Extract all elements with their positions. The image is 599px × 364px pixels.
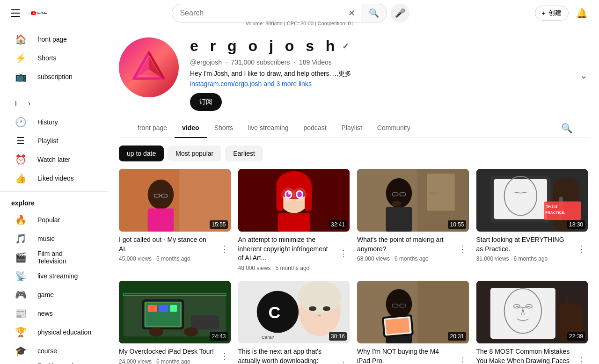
video-card-2[interactable]: 32:41 An attempt to minimize the inheren… bbox=[238, 169, 350, 273]
video-meta-1: 45,000 views · 5 months ago bbox=[119, 255, 215, 262]
svg-rect-59 bbox=[148, 305, 157, 312]
channel-links[interactable]: instagram.com/ergo.josh and 3 more links bbox=[190, 80, 588, 87]
sidebar-item-shorts[interactable]: ⚡ Shorts bbox=[4, 49, 104, 67]
tab-community[interactable]: Community bbox=[370, 118, 418, 138]
sidebar-item-liked-videos[interactable]: 👍 Liked videos bbox=[4, 169, 104, 188]
sidebar-item-sports[interactable]: 🏆 physical education bbox=[4, 323, 104, 342]
video-card-3[interactable]: ART 10:55 What's the point of making art… bbox=[357, 169, 469, 273]
sidebar-expand-button[interactable]: I › bbox=[4, 94, 104, 113]
video-duration-2: 32:41 bbox=[329, 220, 347, 229]
channel-handle: @ergojosh bbox=[190, 58, 222, 66]
watch-later-icon: ⏰ bbox=[15, 154, 26, 165]
video-duration-8: 22:39 bbox=[567, 332, 585, 341]
video-more-button-7[interactable]: ⋮ bbox=[457, 347, 469, 364]
sidebar-item-history[interactable]: 🕐 History bbox=[4, 113, 104, 131]
video-more-button-1[interactable]: ⋮ bbox=[219, 235, 231, 262]
svg-rect-23 bbox=[305, 185, 312, 211]
explore-section-title: explore bbox=[0, 196, 108, 211]
sidebar-item-playlist[interactable]: ☰ Playlist bbox=[4, 131, 104, 150]
video-more-button-5[interactable]: ⋮ bbox=[219, 347, 231, 364]
video-more-button-6[interactable]: ⋮ bbox=[337, 347, 350, 364]
filter-latest-button[interactable]: up to date bbox=[119, 146, 164, 161]
sidebar-item-subscription[interactable]: 📺 subscription bbox=[4, 67, 104, 86]
sidebar-item-film-tv[interactable]: 🎬 Film and Television bbox=[4, 248, 104, 267]
svg-rect-44 bbox=[494, 179, 547, 219]
video-more-button-2[interactable]: ⋮ bbox=[337, 235, 350, 271]
filter-row: up to date Most popular Earliest bbox=[108, 138, 599, 169]
filter-popular-button[interactable]: Most popular bbox=[168, 146, 221, 161]
sidebar-divider-2 bbox=[0, 191, 108, 192]
mic-button[interactable]: 🎤 bbox=[391, 4, 409, 22]
video-meta-4: 31,000 views · 6 months ago bbox=[476, 255, 572, 262]
video-card-8[interactable]: 22:39 The 8 MOST Common Mistakes You Mak… bbox=[476, 281, 588, 364]
tab-search-icon[interactable]: 🔍 bbox=[557, 119, 577, 138]
video-card-6[interactable]: C Cara? 30:16 This is the next art app t… bbox=[238, 281, 350, 364]
sidebar-label-front-page: front page bbox=[37, 36, 67, 43]
menu-button[interactable] bbox=[7, 6, 23, 21]
video-card-1[interactable]: 15:55 I got called out - My stance on AI… bbox=[119, 169, 231, 273]
sidebar-item-game[interactable]: 🎮 game bbox=[4, 285, 104, 304]
live-icon: 📡 bbox=[15, 270, 26, 282]
video-more-button-8[interactable]: ⋮ bbox=[576, 347, 588, 364]
sidebar-item-popular[interactable]: 🔥 Popular bbox=[4, 211, 104, 229]
sidebar-label-liked: Liked videos bbox=[37, 175, 74, 182]
video-more-button-4[interactable]: ⋮ bbox=[576, 235, 588, 262]
sidebar-item-course[interactable]: 🎓 course bbox=[4, 342, 104, 360]
search-clear-button[interactable]: ✕ bbox=[343, 8, 361, 18]
sidebar-item-watch-later[interactable]: ⏰ Watch later bbox=[4, 150, 104, 169]
notifications-button[interactable]: 🔔 bbox=[572, 4, 592, 22]
video-card-7[interactable]: 20:31 Why I'm NOT buying the M4 iPad Pro… bbox=[357, 281, 469, 364]
create-label: 创建 bbox=[548, 9, 562, 17]
verified-icon: ✓ bbox=[342, 41, 353, 51]
svg-text:PRACTICE.: PRACTICE. bbox=[545, 211, 565, 215]
video-info-1: I got called out - My stance on AI. 45,0… bbox=[119, 232, 231, 264]
video-duration-5: 24:43 bbox=[210, 332, 227, 341]
svg-point-39 bbox=[392, 201, 402, 207]
tab-live-streaming[interactable]: live streaming bbox=[241, 118, 296, 138]
expand-description-button[interactable]: ⌄ bbox=[580, 70, 588, 81]
sidebar-label-course: course bbox=[37, 347, 57, 355]
video-card-4[interactable]: THIS IS PRACTICE. 18:30 Start looking at… bbox=[476, 169, 588, 273]
video-title-8: The 8 MOST Common Mistakes You Make When… bbox=[476, 347, 572, 364]
svg-text:C: C bbox=[268, 303, 280, 321]
tab-shorts[interactable]: Shorts bbox=[207, 118, 241, 138]
video-title-4: Start looking at EVERYTHING as Practice. bbox=[476, 235, 572, 254]
sidebar-item-front-page[interactable]: 🏠 front page bbox=[4, 30, 104, 49]
svg-text:Cara?: Cara? bbox=[261, 335, 274, 340]
svg-rect-61 bbox=[170, 305, 177, 312]
video-thumbnail-8: 22:39 bbox=[476, 281, 588, 343]
music-icon: 🎵 bbox=[15, 233, 26, 244]
expand-chevron-icon: › bbox=[28, 100, 30, 107]
youtube-logo[interactable]: YouTube bbox=[31, 7, 47, 19]
video-duration-4: 18:30 bbox=[567, 220, 585, 229]
video-thumbnail-6: C Cara? 30:16 bbox=[238, 281, 350, 343]
video-title-5: My Overclocked iPad Desk Tour! bbox=[119, 347, 215, 357]
video-info-7: Why I'm NOT buying the M4 iPad Pro. 46,0… bbox=[357, 343, 469, 364]
video-title-6: This is the next art app that's actually… bbox=[238, 347, 334, 364]
expand-icon: I bbox=[15, 100, 17, 107]
svg-rect-35 bbox=[386, 207, 412, 232]
sidebar-item-live-streaming[interactable]: 📡 live streaming bbox=[4, 267, 104, 285]
sidebar-item-news[interactable]: 📰 news bbox=[4, 304, 104, 323]
svg-text:ART: ART bbox=[429, 190, 438, 196]
tab-playlist[interactable]: Playlist bbox=[334, 118, 370, 138]
svg-point-30 bbox=[292, 188, 307, 202]
tab-podcast[interactable]: podcast bbox=[296, 118, 334, 138]
create-button[interactable]: + 创建 bbox=[535, 6, 569, 21]
sidebar-label-history: History bbox=[37, 118, 58, 126]
video-info-3: What's the point of making art anymore? … bbox=[357, 232, 469, 264]
sidebar-item-fashion[interactable]: 👗 Fashion and Beauty bbox=[4, 360, 104, 364]
subscribe-button[interactable]: 订阅 bbox=[190, 93, 222, 111]
sidebar-item-music[interactable]: 🎵 music bbox=[4, 229, 104, 248]
video-duration-1: 15:55 bbox=[210, 220, 227, 229]
search-input[interactable]: ErgoJosh bbox=[172, 4, 343, 22]
video-card-5[interactable]: 24:43 My Overclocked iPad Desk Tour! 24,… bbox=[119, 281, 231, 364]
filter-earliest-button[interactable]: Earliest bbox=[225, 146, 263, 161]
sidebar-label-game: game bbox=[37, 291, 54, 298]
video-more-button-3[interactable]: ⋮ bbox=[457, 235, 469, 262]
tab-front-page[interactable]: front page bbox=[130, 118, 175, 138]
tab-video[interactable]: video bbox=[175, 118, 207, 138]
search-submit-button[interactable]: 🔍 bbox=[361, 4, 387, 22]
video-title-3: What's the point of making art anymore? bbox=[357, 235, 453, 254]
video-meta-2: 48,000 views · 5 months ago bbox=[238, 265, 334, 271]
